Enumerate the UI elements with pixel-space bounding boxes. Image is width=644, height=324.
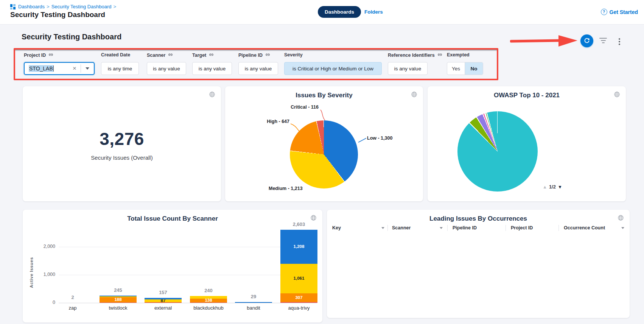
created-date-filter-button[interactable]: is any time: [101, 62, 139, 75]
breadcrumb: Dashboards > Security Testing Dashboard …: [10, 4, 118, 9]
bar-blackduckhub: 138: [190, 296, 227, 303]
column-header-project-id[interactable]: Project ID: [511, 225, 555, 231]
column-header-scanner[interactable]: Scanner: [392, 225, 443, 231]
column-header-pipeline-id[interactable]: Pipeline ID: [453, 225, 502, 231]
filter-label-reference-identifiers: Reference Identifiers: [388, 52, 442, 58]
tile-issues-by-severity: Issues By Severity Critical - 116 High -…: [225, 86, 423, 201]
table-body-empty: [327, 233, 630, 316]
link-icon: [168, 52, 173, 58]
bar-segment-label: 1,208: [294, 245, 305, 249]
sort-caret-icon: [440, 227, 443, 229]
refresh-button[interactable]: [580, 34, 593, 47]
sort-caret-icon: [381, 227, 384, 229]
bar-segment-medium: 1,061: [280, 264, 317, 294]
bar-zap: [54, 302, 91, 303]
bar-segment-high: 138: [190, 299, 227, 302]
dashboard-filters-button[interactable]: [599, 38, 607, 45]
clear-icon[interactable]: ×: [68, 63, 81, 74]
bar-segment-low: [145, 298, 182, 299]
tab-dashboards[interactable]: Dashboards: [318, 6, 361, 18]
tile-owasp-top-10: OWASP Top 10 - 2021 ▲ 1/2 ▼: [428, 86, 626, 201]
pie-label-low: Low - 1,300: [367, 136, 392, 141]
bar-segment-low: [100, 296, 137, 296]
sort-caret-icon: [621, 227, 624, 229]
pie-label-critical: Critical - 116: [261, 104, 319, 110]
filter-label-severity: Severity: [284, 52, 303, 58]
column-header-occurrence-count[interactable]: Occurrence Count: [564, 225, 624, 231]
x-axis-category-label: blackduckhub: [188, 305, 229, 311]
bar-segment-medium: [190, 296, 227, 299]
bar-segment-high: 307: [280, 293, 317, 302]
bar-total-label: 2,603: [278, 221, 320, 227]
project-id-combobox[interactable]: STO_LAB ×: [24, 62, 95, 75]
bar-segment-low: [235, 302, 272, 303]
breadcrumb-current-link[interactable]: Security Testing Dashboard: [51, 4, 112, 9]
filter-label-scanner: Scanner: [147, 52, 173, 58]
exempted-no-option[interactable]: No: [465, 62, 483, 75]
pie-pagination: ▲ 1/2 ▼: [543, 184, 562, 190]
bar-total-label: 157: [142, 290, 184, 295]
target-filter-button[interactable]: is any value: [192, 62, 232, 75]
x-axis-category-label: zap: [52, 305, 93, 311]
link-icon: [265, 52, 270, 58]
bar-segment-label: 188: [114, 298, 121, 302]
bar-segment-label: 138: [205, 298, 212, 303]
exempted-toggle: Yes No: [447, 62, 483, 75]
exempted-yes-option[interactable]: Yes: [447, 62, 465, 75]
filter-label-pipeline-id: Pipeline ID: [238, 52, 270, 58]
page-title: Security Testing Dashboard: [10, 11, 105, 19]
chevron-down-icon[interactable]: [81, 63, 94, 74]
reference-identifiers-filter-button[interactable]: is any value: [388, 62, 428, 75]
owasp-pie: [457, 111, 538, 192]
bar-segment-critical: [100, 302, 137, 303]
filter-label-created-date: Created Date: [101, 52, 130, 58]
help-question-icon: ?: [601, 9, 607, 15]
project-id-value: STO_LAB: [29, 65, 53, 72]
page-indicator: 1/2: [549, 184, 556, 190]
column-header-key[interactable]: Key: [332, 225, 384, 231]
filter-label-target: Target: [192, 52, 214, 58]
annotation-arrow: [510, 35, 579, 48]
severity-pie: [290, 120, 358, 188]
bar-total-label: 240: [188, 288, 229, 293]
pie-label-high: High - 647: [240, 119, 289, 124]
chart-title: OWASP Top 10 - 2021: [428, 92, 626, 99]
x-axis-category-label: bandit: [233, 305, 274, 311]
bar-segment-high: 188: [100, 297, 137, 302]
table-header-row: Key Scanner Pipeline ID Project ID Occur…: [327, 223, 630, 232]
page-up-icon[interactable]: ▲: [543, 184, 547, 190]
bar-segment-medium: 87: [145, 299, 182, 302]
x-axis-category-label: aqua-trivy: [278, 305, 320, 311]
scanner-filter-button[interactable]: is any value: [147, 62, 186, 75]
bar-twistlock: 188: [100, 296, 137, 303]
bar-segment-label: 307: [295, 296, 302, 300]
tile-total-issue-count-by-scanner: Total Issue Count By Scanner Active Issu…: [23, 210, 322, 322]
x-axis-category-label: twistlock: [97, 305, 139, 311]
bar-external: 87: [145, 298, 182, 303]
dashboards-grid-icon: [10, 4, 16, 9]
bar-total-label: 2: [52, 294, 93, 300]
tab-folders[interactable]: Folders: [364, 9, 383, 15]
filter-lines-icon: [599, 38, 607, 39]
severity-filter-button[interactable]: is Critical or High or Medium or Low: [284, 62, 382, 75]
top-bar: Dashboards > Security Testing Dashboard …: [0, 0, 644, 25]
x-axis-category-label: external: [142, 305, 184, 311]
chart-title: Issues By Severity: [225, 92, 423, 99]
bar-plot: 2zap188245twistlock87157external138240bl…: [23, 210, 322, 322]
link-icon: [209, 52, 214, 58]
bar-segment-critical: [280, 302, 317, 303]
filter-label-exempted: Exempted: [447, 52, 470, 58]
get-started-link[interactable]: ? Get Started: [601, 9, 638, 15]
pipeline-id-filter-button[interactable]: is any value: [238, 62, 278, 75]
globe-icon[interactable]: [209, 91, 215, 99]
page-down-icon[interactable]: ▼: [558, 184, 562, 190]
security-issues-total: 3,276: [23, 129, 221, 149]
bar-aqua-trivy: 3071,0611,208: [280, 230, 317, 303]
bar-segment-label: 1,061: [294, 276, 305, 281]
more-options-button[interactable]: [618, 37, 621, 46]
breadcrumb-dashboards-link[interactable]: Dashboards: [18, 4, 45, 9]
dashboard-title: Security Testing Dashboard: [22, 33, 121, 41]
bar-total-label: 245: [97, 287, 139, 293]
tile-leading-issues-by-occurrences: Leading Issues By Occurrences Key Scanne…: [327, 210, 630, 318]
filter-label-project-id: Project ID: [24, 52, 53, 58]
